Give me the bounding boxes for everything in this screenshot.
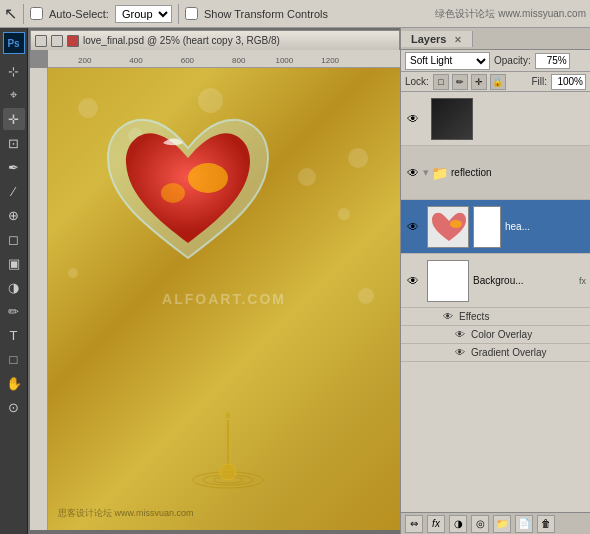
auto-select-label: Auto-Select: <box>49 8 109 20</box>
layer-style-btn[interactable]: fx <box>427 515 445 533</box>
layer-thumb-heart <box>427 206 469 248</box>
lock-all-btn[interactable]: 🔒 <box>490 74 506 90</box>
blend-mode-dropdown[interactable]: Soft Light <box>405 52 490 70</box>
ps-logo: Ps <box>3 32 25 54</box>
layer-eye-background[interactable]: 👁 <box>405 273 421 289</box>
layer-thumb-background <box>427 260 469 302</box>
gradient-overlay-item[interactable]: 👁 Gradient Overlay <box>401 344 590 362</box>
separator-2 <box>178 4 179 24</box>
layers-list: 👁 👁 ▾ 📁 reflection 👁 <box>401 92 590 512</box>
lock-pixels-btn[interactable]: ✏ <box>452 74 468 90</box>
close-button[interactable] <box>67 35 79 47</box>
lock-label: Lock: <box>405 76 429 87</box>
svg-point-0 <box>188 163 228 193</box>
type-tool[interactable]: T <box>3 324 25 346</box>
gradient-overlay-eye[interactable]: 👁 <box>453 346 467 360</box>
doc-content: 200 400 600 800 1000 1200 <box>30 50 400 530</box>
link-layers-btn[interactable]: ⇔ <box>405 515 423 533</box>
canvas-area: love_final.psd @ 25% (heart copy 3, RGB/… <box>28 28 403 534</box>
color-overlay-label: Color Overlay <box>471 329 532 340</box>
ps-sidebar: Ps ⊹ ⌖ ✛ ⊡ ✒ ⁄ ⊕ ◻ ▣ ◑ ✏ T □ ✋ ⊙ <box>0 28 28 534</box>
delete-layer-btn[interactable]: 🗑 <box>537 515 555 533</box>
folder-arrow[interactable]: ▾ <box>423 166 429 179</box>
auto-select-checkbox[interactable] <box>30 7 43 20</box>
layer-name-background: Backgrou... <box>473 275 577 286</box>
brush-tool[interactable]: ⁄ <box>3 180 25 202</box>
layer-eye-dark[interactable]: 👁 <box>405 111 421 127</box>
ruler-vertical <box>30 68 48 530</box>
water-drop <box>188 400 268 500</box>
layer-item-dark[interactable]: 👁 <box>401 92 590 146</box>
gradient-tool[interactable]: ▣ <box>3 252 25 274</box>
color-overlay-item[interactable]: 👁 Color Overlay <box>401 326 590 344</box>
canvas-image[interactable]: ALFOART.COM 思客设计论坛 www.missvuan.com <box>48 68 400 530</box>
layer-item-background[interactable]: 👁 Backgrou... fx <box>401 254 590 308</box>
effects-eye[interactable]: 👁 <box>441 310 455 324</box>
add-mask-btn[interactable]: ◑ <box>449 515 467 533</box>
group-dropdown[interactable]: Group <box>115 5 172 23</box>
layer-eye-heart[interactable]: 👁 <box>405 219 421 235</box>
top-toolbar: ↖ Auto-Select: Group Show Transform Cont… <box>0 0 590 28</box>
heart-image <box>88 88 288 288</box>
eraser-tool[interactable]: ◻ <box>3 228 25 250</box>
dodge-tool[interactable]: ◑ <box>3 276 25 298</box>
svg-point-5 <box>220 464 236 480</box>
watermark: ALFOART.COM <box>162 291 286 307</box>
layer-item-reflection[interactable]: 👁 ▾ 📁 reflection <box>401 146 590 200</box>
logo-text: 绿色设计论坛 www.missyuan.com <box>435 7 586 21</box>
new-adjustment-btn[interactable]: ◎ <box>471 515 489 533</box>
crop-tool[interactable]: ⊡ <box>3 132 25 154</box>
zoom-tool[interactable]: ⊙ <box>3 396 25 418</box>
document-title: love_final.psd @ 25% (heart copy 3, RGB/… <box>83 35 280 46</box>
transform-checkbox[interactable] <box>185 7 198 20</box>
bokeh-7 <box>68 268 78 278</box>
move-tool-icon[interactable]: ↖ <box>4 4 17 23</box>
new-layer-btn[interactable]: 📄 <box>515 515 533 533</box>
hand-tool[interactable]: ✋ <box>3 372 25 394</box>
opacity-input[interactable] <box>535 53 570 69</box>
layer-fx-badge: fx <box>579 276 586 286</box>
layers-tab[interactable]: Layers ✕ <box>401 31 473 47</box>
color-overlay-eye[interactable]: 👁 <box>453 328 467 342</box>
lasso-tool[interactable]: ⌖ <box>3 84 25 106</box>
layers-bottom-bar: ⇔ fx ◑ ◎ 📁 📄 🗑 <box>401 512 590 534</box>
svg-point-1 <box>161 183 185 203</box>
lock-position-btn[interactable]: ✛ <box>471 74 487 90</box>
opacity-label: Opacity: <box>494 55 531 66</box>
lock-icons: □ ✏ ✛ 🔒 <box>433 74 506 90</box>
clone-tool[interactable]: ⊕ <box>3 204 25 226</box>
separator-1 <box>23 4 24 24</box>
bokeh-5 <box>338 208 350 220</box>
shape-tool[interactable]: □ <box>3 348 25 370</box>
selection-tool[interactable]: ⊹ <box>3 60 25 82</box>
layer-name-reflection: reflection <box>451 167 586 178</box>
maximize-button[interactable] <box>51 35 63 47</box>
layers-panel: Layers ✕ Soft Light Opacity: Lock: □ ✏ ✛… <box>400 28 590 534</box>
doc-titlebar: love_final.psd @ 25% (heart copy 3, RGB/… <box>30 30 400 50</box>
watermark2: 思客设计论坛 www.missvuan.com <box>58 507 194 520</box>
svg-point-7 <box>450 220 462 228</box>
minimize-button[interactable] <box>35 35 47 47</box>
layers-tab-bar: Layers ✕ <box>401 28 590 50</box>
ruler-horizontal: 200 400 600 800 1000 1200 <box>48 50 400 68</box>
move-tool[interactable]: ✛ <box>3 108 25 130</box>
layer-thumb-dark <box>431 98 473 140</box>
lock-transparent-btn[interactable]: □ <box>433 74 449 90</box>
layer-item-heart-copy[interactable]: 👁 hea... <box>401 200 590 254</box>
fill-label: Fill: <box>531 76 547 87</box>
pen-tool[interactable]: ✏ <box>3 300 25 322</box>
lock-bar: Lock: □ ✏ ✛ 🔒 Fill: <box>401 72 590 92</box>
layer-name-heart: hea... <box>505 221 586 232</box>
fill-input[interactable] <box>551 74 586 90</box>
layer-mask-heart <box>473 206 501 248</box>
gradient-overlay-label: Gradient Overlay <box>471 347 547 358</box>
folder-icon: 📁 <box>431 165 448 181</box>
effects-header: 👁 Effects <box>401 308 590 326</box>
bokeh-4 <box>298 168 316 186</box>
layers-tab-close[interactable]: ✕ <box>454 35 462 45</box>
new-group-btn[interactable]: 📁 <box>493 515 511 533</box>
bokeh-6 <box>348 148 368 168</box>
effects-label: Effects <box>459 311 489 322</box>
eyedropper-tool[interactable]: ✒ <box>3 156 25 178</box>
layer-eye-reflection[interactable]: 👁 <box>405 165 421 181</box>
